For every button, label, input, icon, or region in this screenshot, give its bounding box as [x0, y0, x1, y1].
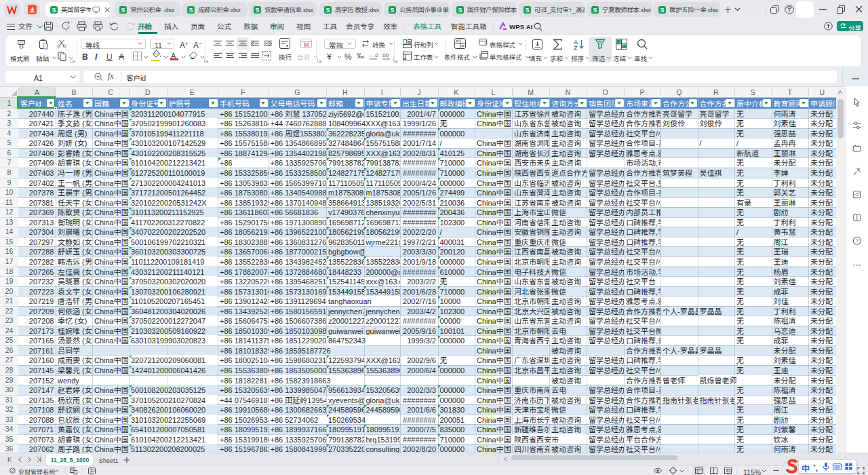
svg-text:←.0: ←.0 — [368, 52, 378, 58]
svg-text:.00: .00 — [381, 52, 389, 58]
svg-text:?: ? — [856, 236, 859, 244]
svg-text:Z: Z — [574, 43, 578, 51]
